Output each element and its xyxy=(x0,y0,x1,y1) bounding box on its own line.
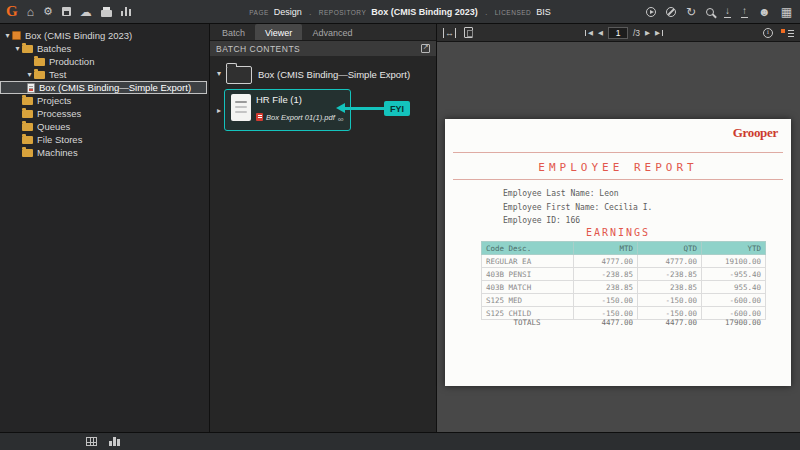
apps-menu-icon[interactable] xyxy=(781,6,792,18)
sidebar-item-label: Production xyxy=(49,56,94,67)
grooper-logo[interactable]: G xyxy=(6,4,18,19)
context-breadcrumb: PAGE Design REPOSITORY Box (CMIS Binding… xyxy=(249,0,551,24)
search-icon[interactable] xyxy=(706,8,714,16)
totals-label: TOTALS xyxy=(481,318,573,327)
next-page-icon[interactable] xyxy=(645,30,650,37)
tab-batch[interactable]: Batch xyxy=(212,24,255,40)
document-subtitle-row: Box Export 01(1).pdf xyxy=(256,108,344,126)
batch-contents-header: BATCH CONTENTS xyxy=(210,41,436,56)
earnings-heading: EARNINGS xyxy=(445,227,791,238)
printer-icon[interactable] xyxy=(101,10,112,17)
info-icon[interactable] xyxy=(763,28,773,38)
table-row: 403B MATCH 238.85 238.85 955.40 xyxy=(482,281,766,294)
tab-advanced[interactable]: Advanced xyxy=(302,24,362,40)
table-row: REGULAR EA 4777.00 4777.00 19100.00 xyxy=(482,255,766,268)
grid-view-icon[interactable] xyxy=(86,437,97,446)
folder-icon xyxy=(22,97,33,105)
last-page-icon[interactable] xyxy=(655,30,663,37)
totals-row: TOTALS 4477.00 4477.00 17900.00 xyxy=(481,318,765,327)
chevron-down-icon[interactable] xyxy=(25,70,34,79)
panel-tab-bar: Batch Viewer Advanced xyxy=(210,24,436,41)
sidebar-item-test[interactable]: Test xyxy=(0,68,209,81)
page-navigation: /3 xyxy=(585,24,663,42)
repository-label: REPOSITORY xyxy=(319,9,366,16)
sidebar-item-batches[interactable]: Batches xyxy=(0,42,209,55)
save-icon[interactable] xyxy=(62,7,71,16)
thumbnails-icon[interactable] xyxy=(781,28,794,38)
sidebar-item-queues[interactable]: Queues xyxy=(0,120,209,133)
first-page-icon[interactable] xyxy=(585,30,593,37)
sidebar-item-projects[interactable]: Projects xyxy=(0,94,209,107)
viewer-toolbar-right xyxy=(763,24,794,42)
topbar-right-icons xyxy=(646,6,800,18)
pdf-icon xyxy=(256,113,263,121)
chevron-down-icon[interactable] xyxy=(214,69,224,78)
employee-last-name: Employee Last Name: Leon xyxy=(503,187,652,201)
fyi-callout-label: FYI xyxy=(384,101,410,116)
document-filename: Box Export 01(1).pdf xyxy=(266,113,335,122)
chart-view-icon[interactable] xyxy=(109,437,120,446)
sidebar-item-label: Machines xyxy=(37,147,78,158)
folder-icon xyxy=(22,110,33,118)
download-icon[interactable] xyxy=(724,6,731,18)
document-canvas[interactable]: Grooper EMPLOYEE REPORT Employee Last Na… xyxy=(437,42,800,432)
sidebar-item-box-simple-export[interactable]: Box (CMIS Binding—Simple Export) xyxy=(0,81,207,94)
chevron-down-icon[interactable] xyxy=(13,44,22,53)
node-tree-sidebar: Box (CMIS Binding 2023) Batches Producti… xyxy=(0,24,210,432)
document-icon xyxy=(231,94,251,121)
stats-chart-icon[interactable] xyxy=(121,7,132,16)
sidebar-item-label: File Stores xyxy=(37,134,82,145)
totals-mtd: 4477.00 xyxy=(573,318,637,327)
totals-ytd: 17900.00 xyxy=(701,318,765,327)
batch-contents-tree: Box (CMIS Binding—Simple Export) HR File… xyxy=(210,56,436,131)
fit-width-icon[interactable] xyxy=(443,28,456,38)
sidebar-item-label: Box (CMIS Binding—Simple Export) xyxy=(39,82,191,93)
popout-icon[interactable] xyxy=(421,44,430,53)
col-ytd: YTD xyxy=(702,242,766,255)
folder-icon xyxy=(22,149,33,157)
chevron-right-icon[interactable] xyxy=(214,106,224,115)
document-page[interactable]: Grooper EMPLOYEE REPORT Employee Last Na… xyxy=(445,119,791,386)
sidebar-item-label: Processes xyxy=(37,108,81,119)
tab-viewer[interactable]: Viewer xyxy=(255,24,302,40)
chevron-down-icon[interactable] xyxy=(3,31,12,40)
upload-icon[interactable] xyxy=(741,6,748,18)
sidebar-item-repository-root[interactable]: Box (CMIS Binding 2023) xyxy=(0,29,209,42)
sidebar-item-label: Queues xyxy=(37,121,70,132)
user-account-icon[interactable] xyxy=(758,6,771,18)
sidebar-item-file-stores[interactable]: File Stores xyxy=(0,133,209,146)
sidebar-item-machines[interactable]: Machines xyxy=(0,146,209,159)
play-circle-icon[interactable] xyxy=(646,7,656,17)
block-circle-icon[interactable] xyxy=(666,7,676,17)
col-qtd: QTD xyxy=(638,242,702,255)
page-number-input[interactable] xyxy=(608,27,628,39)
page-value[interactable]: Design xyxy=(274,7,302,17)
report-title-block: EMPLOYEE REPORT xyxy=(453,152,783,180)
fit-page-icon[interactable] xyxy=(464,27,473,38)
batch-panel: Batch Viewer Advanced BATCH CONTENTS Box… xyxy=(210,24,437,432)
sidebar-item-label: Projects xyxy=(37,95,71,106)
sidebar-item-production[interactable]: Production xyxy=(0,55,209,68)
batch-folder-label: Box (CMIS Binding—Simple Export) xyxy=(258,69,410,80)
refresh-icon[interactable] xyxy=(686,6,696,18)
folder-icon xyxy=(34,58,45,66)
document-viewer: /3 Grooper EMPLOYEE REPORT Employee Last… xyxy=(437,24,800,432)
repository-value[interactable]: Box (CMIS Binding 2023) xyxy=(371,7,478,17)
previous-page-icon[interactable] xyxy=(598,30,603,37)
home-icon[interactable] xyxy=(27,6,34,18)
sidebar-item-label: Box (CMIS Binding 2023) xyxy=(25,30,132,41)
license-value: BIS xyxy=(536,7,551,17)
batch-folder-row[interactable]: Box (CMIS Binding—Simple Export) xyxy=(214,62,432,84)
report-title: EMPLOYEE REPORT xyxy=(538,161,697,174)
settings-gear-icon[interactable] xyxy=(43,6,53,17)
employee-first-name: Employee First Name: Cecilia I. xyxy=(503,201,652,215)
page-count: /3 xyxy=(633,28,640,38)
col-code-desc: Code Desc. xyxy=(482,242,574,255)
separator-dot xyxy=(483,3,490,21)
sidebar-item-processes[interactable]: Processes xyxy=(0,107,209,120)
page-label: PAGE xyxy=(249,9,269,16)
batch-folder-icon xyxy=(226,66,252,84)
batch-document-item[interactable]: HR File (1) Box Export 01(1).pdf xyxy=(224,89,351,131)
document-title: HR File (1) xyxy=(256,94,344,105)
cloud-icon[interactable] xyxy=(80,6,92,18)
